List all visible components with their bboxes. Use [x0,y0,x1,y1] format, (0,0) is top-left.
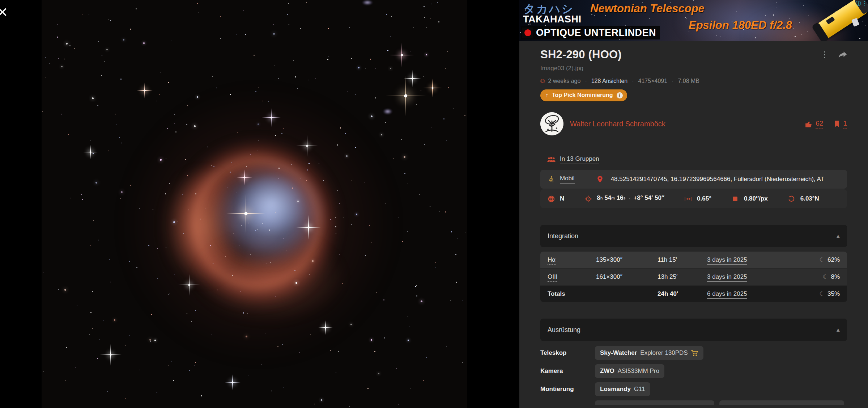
star [424,17,425,18]
more-options-icon[interactable]: ⋮ [820,50,829,59]
star [243,312,244,314]
star [149,339,151,341]
star [89,14,89,14]
star [258,140,259,140]
star [423,76,424,77]
star [295,76,296,77]
star [108,151,109,151]
moon-illumination: 35% [827,290,840,298]
bookmark-control[interactable]: 1 [834,119,847,129]
star [66,43,68,45]
star [319,163,319,164]
days-link[interactable]: 3 days in 2025 [707,273,747,282]
star [250,255,251,255]
like-count: 62 [816,119,823,129]
star [136,267,137,268]
shopping-cart-icon [691,350,698,356]
mobile-setup-link[interactable]: Mobil [560,175,575,184]
moon-phase-icon: ☾ [823,273,828,280]
star [351,224,352,225]
star [430,18,431,19]
star [381,134,382,135]
close-icon[interactable]: × [0,3,8,21]
equipment-chip-partial[interactable] [719,400,844,405]
star [649,18,650,19]
star [49,63,50,64]
star [130,185,131,186]
star [803,5,804,6]
star [116,124,116,125]
target-icon [584,195,592,202]
star [110,20,111,21]
star [365,68,366,68]
camera-chip[interactable]: ZWOASI533MM Pro [595,364,664,378]
total-time: 24h 40′ [658,290,707,298]
groups-link[interactable]: In 13 Gruppen [560,155,599,164]
star [212,334,212,335]
adchoices-icon[interactable]: ⓘ⋮ [856,0,867,7]
astro-photo[interactable] [42,0,467,408]
days-link[interactable]: 6 days in 2025 [707,290,747,299]
star [693,0,694,1]
share-icon[interactable] [838,51,847,58]
star [365,182,365,182]
star [171,41,171,41]
top-pick-badge[interactable]: ↑ Top Pick Nominierung i [540,89,627,101]
star [355,94,356,95]
integration-section-header[interactable]: Integration ▲ [540,225,847,247]
filter-ha[interactable]: Hα [548,256,556,265]
star [195,365,195,366]
star [58,289,59,290]
star [799,22,800,23]
star [92,328,93,329]
declination[interactable]: +8° 54′ 50″ [633,194,664,203]
star [401,139,402,140]
star [685,17,686,18]
star [130,29,131,30]
star [243,10,244,10]
star [212,76,213,77]
star [351,58,352,59]
file-size: 7.08 MB [678,78,699,84]
star [216,88,217,88]
star [371,339,372,341]
star [197,3,198,4]
star [349,406,350,407]
ad-headline: Newtonian Telescope [590,2,705,15]
filter-oiii[interactable]: OIII [548,273,557,282]
ad-subline: Epsilon 180ED f/2.8 [689,19,792,32]
star [186,124,187,125]
star [66,347,67,348]
collapse-icon[interactable]: ▲ [837,234,840,239]
info-icon[interactable]: i [617,92,623,98]
table-row-totals: Totals 24h 40′ 6 days in 2025 ☾35% [540,286,847,302]
username-link[interactable]: Walter Leonhard Schramböck [570,120,665,128]
star [183,233,184,234]
star [258,151,258,151]
star [167,128,168,129]
star [248,223,249,223]
star [387,50,388,51]
mount-chip[interactable]: LosmandyG11 [595,382,650,396]
star [409,326,409,327]
star [90,140,91,140]
star [119,137,120,138]
star [278,178,278,179]
equipment-chip-partial[interactable] [595,400,714,405]
star [454,108,454,109]
star [169,294,170,294]
like-control[interactable]: 62 [805,119,823,129]
equipment-section-header[interactable]: Ausrüstung ▲ [540,319,847,341]
location-coordinates: 48.52514291470745, 16.197239969564666, F… [611,176,824,183]
telescope-chip[interactable]: Sky-WatcherExplorer 130PDS [595,346,703,360]
right-ascension[interactable]: 8h 54m 16s [597,194,625,203]
avatar[interactable] [540,112,563,135]
star [410,388,411,389]
star [464,115,465,116]
star [123,39,124,41]
star [275,296,276,296]
ad-banner[interactable]: タカハシ TAKAHASHI OPTIQUE UNTERLINDEN Newto… [519,0,868,41]
days-link[interactable]: 3 days in 2025 [707,256,747,265]
collapse-icon[interactable]: ▲ [837,327,840,332]
star [419,194,420,195]
